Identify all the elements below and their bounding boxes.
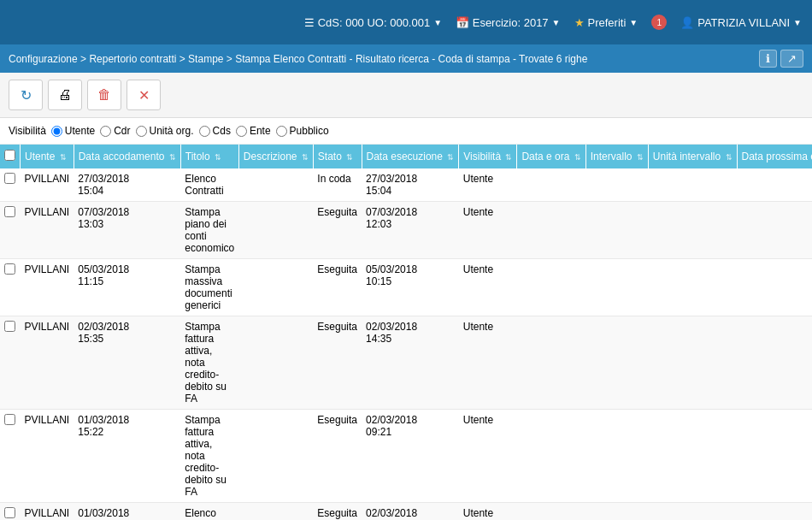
cell-data-prossima-esecuzione <box>737 503 812 521</box>
cell-utente: PVILLANI <box>21 168 74 202</box>
visibility-unita-org[interactable]: Unità org. <box>136 125 194 137</box>
th-data-ora[interactable]: Data e ora ⇅ <box>517 145 585 168</box>
table-row: PVILLANI05/03/2018 11:15Stampa massiva d… <box>0 259 812 316</box>
cell-unita-intervallo <box>648 259 737 316</box>
cds-menu[interactable]: ☰ CdS: 000 UO: 000.001 ▼ <box>304 16 442 29</box>
cell-unita-intervallo <box>648 202 737 259</box>
cell-data-ora <box>517 168 585 202</box>
results-table: Utente ⇅ Data accodamento ⇅ Titolo ⇅ Des… <box>0 145 812 520</box>
table-row: PVILLANI02/03/2018 15:35Stampa fattura a… <box>0 316 812 410</box>
visibility-label: Visibilità <box>9 125 46 137</box>
sort-titolo-icon: ⇅ <box>215 153 221 162</box>
visibility-cds[interactable]: Cds <box>199 125 231 137</box>
cell-utente: PVILLANI <box>21 259 74 316</box>
cell-descrizione <box>238 168 313 202</box>
sort-intervallo-icon: ⇅ <box>637 153 644 162</box>
toolbar: ↻ 🖨 🗑 ✕ <box>0 73 812 118</box>
sort-data-esecuzione-icon: ⇅ <box>447 153 454 162</box>
refresh-button[interactable]: ↻ <box>9 80 43 110</box>
refresh-icon: ↻ <box>21 87 32 103</box>
cell-titolo: Stampa piano dei conti economico <box>180 202 238 259</box>
cell-intervallo <box>585 259 648 316</box>
row-checkbox[interactable] <box>4 507 15 518</box>
sort-unita-intervallo-icon: ⇅ <box>726 153 733 162</box>
th-visibilita[interactable]: Visibilità ⇅ <box>459 145 517 168</box>
th-stato[interactable]: Stato ⇅ <box>313 145 362 168</box>
close-button[interactable]: ✕ <box>127 80 161 110</box>
visibility-pubblico[interactable]: Pubblico <box>276 125 329 137</box>
cell-data-accodamento: 27/03/2018 15:04 <box>74 168 180 202</box>
row-checkbox[interactable] <box>4 206 15 217</box>
visibility-ente[interactable]: Ente <box>236 125 271 137</box>
cell-data-prossima-esecuzione <box>737 202 812 259</box>
user-label: PATRIZIA VILLANI <box>697 16 790 29</box>
cds-label: ☰ CdS: 000 UO: 000.001 <box>304 16 430 29</box>
th-data-prossima[interactable]: Data prossima esecuzione ⇅ <box>737 145 812 168</box>
row-checkbox[interactable] <box>4 414 15 425</box>
row-checkbox-cell <box>0 202 21 259</box>
th-titolo[interactable]: Titolo ⇅ <box>180 145 238 168</box>
th-utente[interactable]: Utente ⇅ <box>21 145 74 168</box>
cell-utente: PVILLANI <box>21 503 74 521</box>
user-arrow-icon: ▼ <box>793 18 802 27</box>
cell-stato: Eseguita <box>313 202 362 259</box>
th-data-esecuzione[interactable]: Data esecuzione ⇅ <box>362 145 459 168</box>
table-row: PVILLANI27/03/2018 15:04Elenco Contratti… <box>0 168 812 202</box>
help-button[interactable]: ℹ <box>759 50 777 68</box>
cell-data-accodamento: 05/03/2018 11:15 <box>74 259 180 316</box>
visibility-cdr[interactable]: Cdr <box>100 125 130 137</box>
esercizio-arrow-icon: ▼ <box>552 18 561 27</box>
visibility-row: Visibilità Utente Cdr Unità org. Cds Ent… <box>0 118 812 145</box>
close-icon: ✕ <box>138 87 150 103</box>
esercizio-label: 📅 Esercizio: 2017 <box>456 16 549 29</box>
cell-unita-intervallo <box>648 168 737 202</box>
preferiti-label: Preferiti <box>588 16 627 29</box>
notifications-menu[interactable]: 1 <box>651 15 667 30</box>
print-icon: 🖨 <box>58 87 72 103</box>
print-button[interactable]: 🖨 <box>48 80 82 110</box>
th-descrizione[interactable]: Descrizione ⇅ <box>238 145 313 168</box>
row-checkbox[interactable] <box>4 173 15 184</box>
delete-button[interactable]: 🗑 <box>87 80 121 110</box>
cell-data-ora <box>517 316 585 410</box>
cell-data-accodamento: 07/03/2018 13:03 <box>74 202 180 259</box>
sort-utente-icon: ⇅ <box>60 153 67 162</box>
breadcrumb-actions: ℹ ↗ <box>759 50 803 68</box>
visibility-utente[interactable]: Utente <box>51 125 95 137</box>
breadcrumb: Configurazione > Repertorio contratti > … <box>9 53 587 65</box>
cell-unita-intervallo <box>648 410 737 503</box>
th-data-accodamento[interactable]: Data accodamento ⇅ <box>74 145 180 168</box>
cell-data-ora <box>517 410 585 503</box>
esercizio-menu[interactable]: 📅 Esercizio: 2017 ▼ <box>456 16 560 29</box>
cell-stato: Eseguita <box>313 259 362 316</box>
preferiti-arrow-icon: ▼ <box>629 18 638 27</box>
th-checkbox[interactable] <box>0 145 21 168</box>
cell-utente: PVILLANI <box>21 202 74 259</box>
cell-visibilita: Utente <box>459 316 517 410</box>
user-icon: 👤 <box>680 16 694 29</box>
th-unita-intervallo[interactable]: Unità intervallo ⇅ <box>648 145 737 168</box>
preferiti-menu[interactable]: ★ Preferiti ▼ <box>574 16 638 29</box>
cell-unita-intervallo <box>648 503 737 521</box>
cell-descrizione <box>238 503 313 521</box>
cell-titolo: Elenco Contratti <box>180 168 238 202</box>
cell-utente: PVILLANI <box>21 410 74 503</box>
user-menu[interactable]: 👤 PATRIZIA VILLANI ▼ <box>680 16 802 29</box>
cell-data-prossima-esecuzione <box>737 168 812 202</box>
cell-data-esecuzione: 02/03/2018 14:35 <box>362 316 459 410</box>
cell-data-esecuzione: 27/03/2018 15:04 <box>362 168 459 202</box>
cell-data-accodamento: 01/03/2018 15:05 <box>74 503 180 521</box>
cell-data-prossima-esecuzione <box>737 259 812 316</box>
cell-titolo: Stampa fattura attiva, nota credito-debi… <box>180 316 238 410</box>
select-all-checkbox[interactable] <box>4 150 15 161</box>
cell-data-ora <box>517 503 585 521</box>
row-checkbox[interactable] <box>4 321 15 332</box>
th-intervallo[interactable]: Intervallo ⇅ <box>585 145 648 168</box>
share-button[interactable]: ↗ <box>780 50 803 68</box>
cell-stato: Eseguita <box>313 316 362 410</box>
row-checkbox[interactable] <box>4 263 15 275</box>
cell-intervallo <box>585 168 648 202</box>
sort-stato-icon: ⇅ <box>346 153 353 162</box>
cell-unita-intervallo <box>648 316 737 410</box>
cell-stato: Eseguita <box>313 503 362 521</box>
